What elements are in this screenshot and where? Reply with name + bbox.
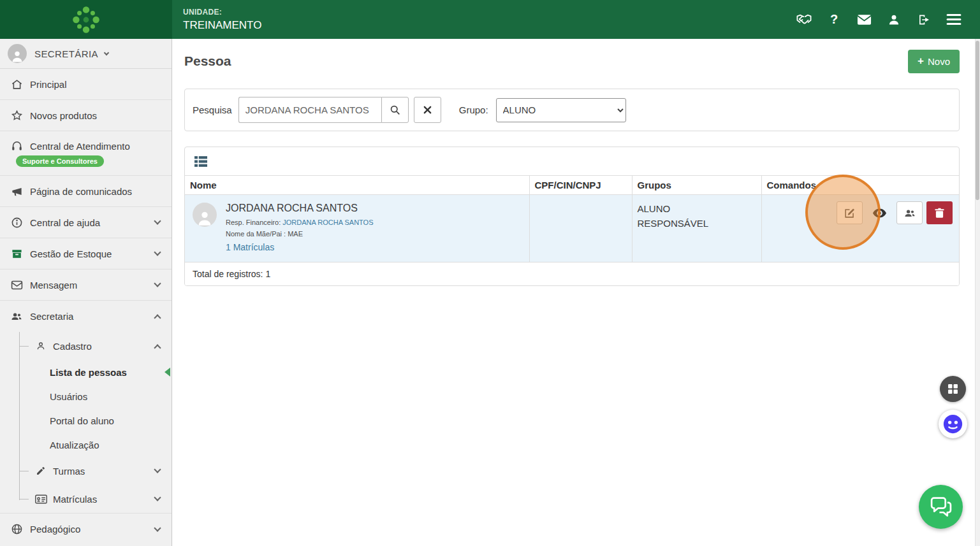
column-header-cpf: CPF/CIN/CNPJ [529,176,632,195]
page-head: Pessoa + Novo [184,49,960,73]
matriculas-link[interactable]: 1 Matrículas [226,242,274,252]
sidebar-item-label: Atualização [50,440,99,450]
sidebar-item-central-de-ajuda[interactable]: Central de ajuda [0,207,172,238]
sidebar-item-gestao-de-estoque[interactable]: Gestão de Estoque [0,238,172,269]
envelope-icon [9,279,24,291]
comandos-cell [761,195,959,262]
sidebar-item-label: Pedagógico [30,524,80,535]
sidebar-item-label: Novos produtos [30,110,97,121]
page-title: Pessoa [184,54,231,69]
unit-label: UNIDADE: [183,8,261,17]
sidebar-item-cadastro[interactable]: Cadastro [0,332,172,360]
active-item-marker [165,368,170,377]
globe-icon [9,523,24,535]
mail-icon [857,14,872,25]
resp-financeiro-line: Resp. Financeiro: JORDANA ROCHA SANTOS [226,219,374,226]
sidebar-item-mensagem[interactable]: Mensagem [0,269,172,301]
plus-icon: + [918,55,924,68]
pencil-icon [33,466,48,476]
question-mark-icon: ? [830,12,838,27]
chevron-down-icon [154,248,161,255]
chevron-down-icon [154,524,161,531]
person-icon [196,209,214,227]
scrollbar-thumb[interactable] [976,41,979,200]
sidebar-item-portal-do-aluno[interactable]: Portal do aluno [0,408,172,433]
sidebar-item-pagina-de-comunicados[interactable]: Página de comunicados [0,176,172,207]
support-button[interactable] [796,11,812,28]
sidebar-item-usuarios[interactable]: Usuários [0,384,172,408]
user-role-label: SECRETÁRIA [34,48,98,59]
new-person-button[interactable]: + Novo [908,50,960,73]
sidebar-item-central-de-atendimento[interactable]: Central de Atendimento Suporte e Consult… [0,131,172,176]
chevron-down-icon [154,280,161,287]
id-card-icon [33,494,48,504]
sidebar-item-label: Principal [30,79,67,90]
column-header-comandos: Comandos [761,176,959,195]
menu-button[interactable] [946,11,962,28]
grid-icon [947,384,958,394]
sidebar-item-principal[interactable]: Principal [0,69,172,100]
group-label: Grupo: [459,104,488,115]
column-header-grupos: Grupos [632,176,761,195]
sidebar-item-pedagogico[interactable]: Pedagógico [0,513,172,545]
unit-info: UNIDADE: TREINAMENTO [172,8,261,32]
view-button[interactable] [867,201,893,224]
handshake-icon [796,13,812,26]
logo-flower-icon [70,4,102,36]
profile-button[interactable] [886,11,902,28]
total-count: Total de registros: 1 [185,262,959,285]
chat-widget-button[interactable] [919,485,963,529]
chevron-down-icon [104,50,109,55]
sidebar-item-atualizacao[interactable]: Atualização [0,433,172,457]
list-view-button[interactable] [192,154,210,169]
people-icon [903,207,916,219]
person-avatar [193,203,217,227]
list-icon [194,156,207,167]
sidebar-item-secretaria[interactable]: Secretaria [0,301,172,332]
widget-grid-button[interactable] [940,376,966,402]
group-select[interactable]: ALUNO [496,98,626,122]
user-menu[interactable]: SECRETÁRIA [0,39,172,69]
star-icon [9,110,24,122]
edit-button[interactable] [837,201,863,224]
resp-financeiro-link[interactable]: JORDANA ROCHA SANTOS [282,219,373,226]
user-icon [888,13,900,26]
person-icon [10,49,24,63]
chevron-down-icon [154,466,161,473]
sidebar-item-label: Usuários [50,391,87,402]
clear-search-button[interactable] [414,97,441,123]
help-button[interactable]: ? [826,11,842,28]
hamburger-menu-icon [946,13,962,25]
search-input-group [238,97,409,123]
column-header-nome: Nome [185,176,529,195]
sidebar-item-turmas[interactable]: Turmas [0,457,172,485]
app-logo[interactable] [0,0,172,39]
results-panel: Nome CPF/CIN/CNPJ Grupos Comandos [184,147,960,286]
sidebar-item-novos-produtos[interactable]: Novos produtos [0,100,172,131]
support-badge: Suporte e Consultores [16,155,104,167]
search-button[interactable] [381,97,409,123]
delete-button[interactable] [926,201,953,224]
chevron-down-icon [154,217,161,224]
results-toolbar [185,147,959,175]
sidebar-item-matriculas[interactable]: Matrículas [0,485,172,513]
table-header-row: Nome CPF/CIN/CNPJ Grupos Comandos [185,176,959,195]
person-outline-icon [33,341,48,351]
messages-button[interactable] [856,11,872,28]
group-name: ALUNO [638,201,756,216]
search-input[interactable] [238,97,381,123]
groups-button[interactable] [896,201,923,224]
sidebar-item-label: Página de comunicados [30,186,132,197]
logout-button[interactable] [916,11,932,28]
sidebar: SECRETÁRIA Principal Novos produtos [0,39,172,546]
name-cell: JORDANA ROCHA SANTOS Resp. Financeiro: J… [185,195,529,262]
headset-icon [9,140,24,152]
accessibility-widget-button[interactable] [939,410,967,438]
sidebar-item-label: Mensagem [30,280,77,291]
sidebar-item-lista-de-pessoas[interactable]: Lista de pessoas [0,360,172,384]
secretaria-subtree: Cadastro Lista de pessoas Usuários Porta… [0,332,172,513]
sidebar-item-label: Central de ajuda [30,217,100,228]
sidebar-item-label: Secretaria [30,311,73,322]
main-content: Pessoa + Novo Pesquisa Grupo: ALUNO [172,39,980,546]
mae-pai-text: Nome da Mãe/Pai : MAE [226,230,374,238]
